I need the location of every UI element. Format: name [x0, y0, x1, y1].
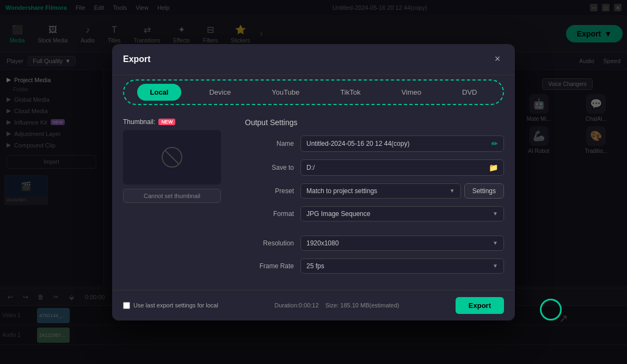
save-to-input[interactable]: D:/ 📁 — [300, 159, 504, 176]
resolution-chevron-icon: ▼ — [493, 240, 498, 246]
dialog-footer: Use last export settings for local Durat… — [112, 290, 515, 320]
settings-button[interactable]: Settings — [464, 183, 504, 199]
dialog-title: Export — [123, 54, 151, 64]
tab-tiktok[interactable]: TikTok — [327, 84, 373, 101]
frame-rate-dropdown[interactable]: 25 fps ▼ — [300, 258, 504, 274]
footer-info: Duration:0:00:12 Size: 185.10 MB(estimat… — [274, 302, 399, 309]
format-chevron-icon: ▼ — [493, 211, 498, 217]
preset-dropdown-container: Match to project settings ▼ Settings — [300, 183, 504, 199]
name-label: Name — [245, 140, 294, 147]
cursor-arrow-icon: ↗ — [559, 312, 568, 325]
format-row: Format JPG Image Sequence ▼ — [245, 206, 504, 221]
frame-rate-label: Frame Rate — [245, 262, 294, 270]
no-thumbnail-icon — [161, 146, 183, 168]
new-badge: NEW — [158, 119, 175, 125]
frame-rate-chevron-icon: ▼ — [493, 263, 498, 269]
tab-dvd[interactable]: DVD — [449, 84, 490, 101]
export-dialog: Export × Local Device YouTube TikTok Vim… — [112, 44, 515, 320]
preset-value: Match to project settings — [306, 187, 377, 195]
dialog-tabs: Local Device YouTube TikTok Vimeo DVD — [123, 79, 504, 105]
app-background: Wondershare Filmora File Edit Tools View… — [0, 0, 627, 364]
dialog-close-button[interactable]: × — [491, 53, 504, 66]
checkbox-label-text: Use last export settings for local — [133, 302, 218, 309]
use-last-settings-checkbox-label[interactable]: Use last export settings for local — [123, 302, 218, 309]
preset-label: Preset — [245, 187, 294, 195]
resolution-dropdown[interactable]: 1920x1080 ▼ — [300, 236, 504, 251]
tab-local[interactable]: Local — [137, 84, 182, 101]
folder-browse-icon[interactable]: 📁 — [489, 163, 498, 172]
save-to-label: Save to — [245, 164, 294, 171]
resolution-row: Resolution 1920x1080 ▼ — [245, 236, 504, 251]
edit-name-icon[interactable]: ✏ — [491, 139, 498, 148]
preset-chevron-icon: ▼ — [450, 188, 455, 194]
tab-vimeo[interactable]: Vimeo — [388, 84, 434, 101]
format-label: Format — [245, 210, 294, 218]
resolution-value: 1920x1080 — [306, 239, 339, 247]
spacer — [245, 229, 504, 236]
save-to-value: D:/ — [306, 164, 315, 171]
dialog-header: Export × — [112, 44, 515, 75]
dialog-overlay: Export × Local Device YouTube TikTok Vim… — [0, 0, 627, 364]
frame-rate-row: Frame Rate 25 fps ▼ — [245, 258, 504, 274]
export-dialog-button[interactable]: Export — [456, 297, 504, 314]
thumbnail-section: Thumbnail: NEW Cannot set thumbnail — [123, 118, 232, 281]
cursor-hint — [540, 299, 562, 320]
set-thumbnail-button[interactable]: Cannot set thumbnail — [123, 189, 221, 203]
dialog-tabs-container: Local Device YouTube TikTok Vimeo DVD — [112, 75, 515, 109]
format-value: JPG Image Sequence — [306, 210, 370, 218]
preset-row: Preset Match to project settings ▼ Setti… — [245, 183, 504, 199]
svg-line-1 — [165, 151, 179, 164]
name-row: Name Untitled-2024-05-16 20 12 44(copy) … — [245, 135, 504, 152]
save-to-row: Save to D:/ 📁 — [245, 159, 504, 176]
duration-label: Duration:0:00:12 — [274, 302, 318, 309]
output-settings-title: Output Settings — [245, 118, 504, 127]
preset-dropdown[interactable]: Match to project settings ▼ — [300, 183, 461, 199]
thumbnail-label: Thumbnail: NEW — [123, 118, 232, 126]
size-label: Size: 185.10 MB(estimated) — [325, 302, 399, 309]
frame-rate-value: 25 fps — [306, 262, 324, 270]
use-last-settings-checkbox[interactable] — [123, 302, 130, 309]
format-dropdown[interactable]: JPG Image Sequence ▼ — [300, 206, 504, 221]
name-value: Untitled-2024-05-16 20 12 44(copy) — [306, 140, 409, 147]
output-settings: Output Settings Name Untitled-2024-05-16… — [245, 118, 504, 281]
thumbnail-preview — [123, 130, 221, 184]
tab-youtube[interactable]: YouTube — [259, 84, 312, 101]
name-input[interactable]: Untitled-2024-05-16 20 12 44(copy) ✏ — [300, 135, 504, 152]
dialog-body: Thumbnail: NEW Cannot set thumbnail Outp… — [112, 109, 515, 290]
resolution-label: Resolution — [245, 239, 294, 247]
footer-left: Use last export settings for local — [123, 302, 218, 309]
tab-device[interactable]: Device — [196, 84, 244, 101]
